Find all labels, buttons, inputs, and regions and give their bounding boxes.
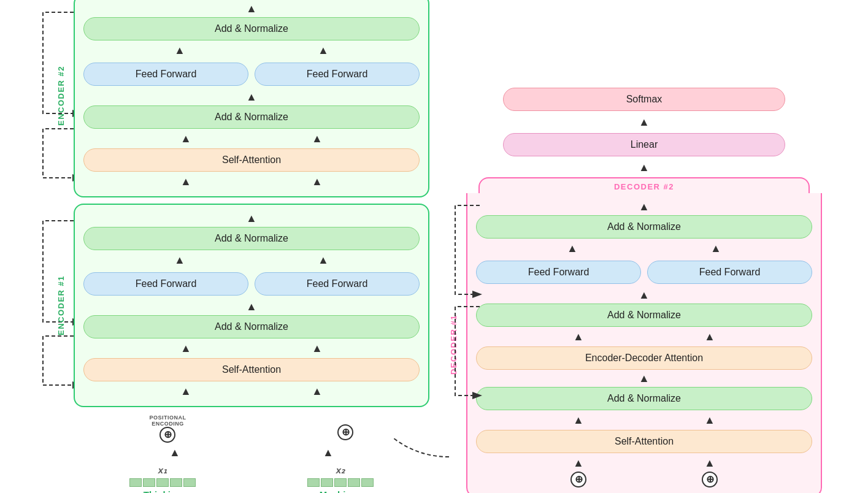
arrow-up: ▲ (710, 243, 721, 254)
enc2-ff2: Feed Forward (255, 63, 420, 86)
arrow-up: ▲ (180, 176, 191, 187)
arrow-up: ▲ (639, 162, 650, 173)
plus-circle-right: ⊕ (337, 424, 353, 440)
arrow-up: ▲ (174, 45, 185, 56)
enc1-ff1: Feed Forward (83, 272, 248, 296)
plus-circle-left: ⊕ (159, 427, 175, 443)
word-thinking: Thinking (144, 489, 182, 494)
arrow-up: ▲ (312, 343, 323, 354)
dec-plus-left: ⊕ (570, 472, 586, 487)
arrow-up: ▲ (318, 254, 329, 266)
arrow-up: ▲ (573, 331, 584, 342)
enc2-ff1: Feed Forward (83, 63, 248, 86)
x1-label: x₁ (158, 465, 167, 476)
arrow-up: ▲ (174, 254, 185, 266)
arrow-up: ▲ (639, 373, 650, 384)
arrow-up: ▲ (180, 133, 191, 144)
enc2-add-norm-top: Add & Normalize (83, 17, 420, 40)
pos-enc-label: POSITIONALENCODING (149, 415, 186, 427)
word-blocks-thinking (129, 478, 196, 487)
arrow-up: ▲ (246, 301, 257, 312)
arrow-up: ▲ (312, 176, 323, 187)
encoder2-label: ENCODER #2 (56, 65, 66, 125)
linear-block: Linear (503, 133, 785, 156)
decoder1-label: DECODER #1 (449, 314, 458, 374)
arrow-up: ▲ (246, 3, 257, 14)
dec-self-attn: Self-Attention (476, 430, 812, 453)
softmax-block: Softmax (503, 88, 785, 111)
dec-add-norm-mid: Add & Normalize (476, 304, 812, 327)
arrow-up: ▲ (567, 243, 578, 254)
input-item-machines: x₂ Machines (307, 465, 374, 494)
decoder2-label: DECODER #2 (614, 180, 674, 195)
arrow-up: ▲ (704, 457, 715, 468)
arrow-up: ▲ (704, 415, 715, 426)
dec-ff2: Feed Forward (647, 261, 812, 284)
x2-label: x₂ (336, 465, 345, 476)
enc1-self-attn: Self-Attention (83, 358, 420, 381)
arrow-up: ▲ (180, 386, 191, 397)
arrow-up: ▲ (639, 289, 650, 300)
enc1-ff2: Feed Forward (255, 272, 420, 296)
arrow-up: ▲ (639, 117, 650, 128)
input-item-thinking: x₁ Thinking (129, 465, 196, 494)
arrow-up: ▲ (573, 415, 584, 426)
dec-enc-dec-attn: Encoder-Decoder Attention (476, 346, 812, 370)
dec-ff1: Feed Forward (476, 261, 641, 284)
enc1-add-norm-top: Add & Normalize (83, 227, 420, 250)
arrow-up: ▲ (573, 457, 584, 468)
word-machines: Machines (320, 489, 361, 494)
arrow-up: ▲ (323, 447, 334, 458)
arrow-up: ▲ (318, 45, 329, 56)
enc1-add-norm-mid: Add & Normalize (83, 315, 420, 338)
encoder1-label: ENCODER #1 (56, 275, 66, 335)
arrow-up: ▲ (639, 201, 650, 212)
dec-add-norm-bot: Add & Normalize (476, 387, 812, 410)
enc2-add-norm-mid: Add & Normalize (83, 105, 420, 129)
word-blocks-machines (307, 478, 374, 487)
dec-add-norm-top: Add & Normalize (476, 215, 812, 239)
arrow-up: ▲ (169, 447, 180, 458)
arrow-up: ▲ (704, 331, 715, 342)
arrow-up: ▲ (180, 343, 191, 354)
arrow-up: ▲ (312, 133, 323, 144)
arrow-up: ▲ (246, 91, 257, 102)
arrow-up: ▲ (246, 213, 257, 224)
dec-plus-right: ⊕ (702, 472, 718, 487)
enc2-self-attn: Self-Attention (83, 148, 420, 172)
arrow-up: ▲ (312, 386, 323, 397)
